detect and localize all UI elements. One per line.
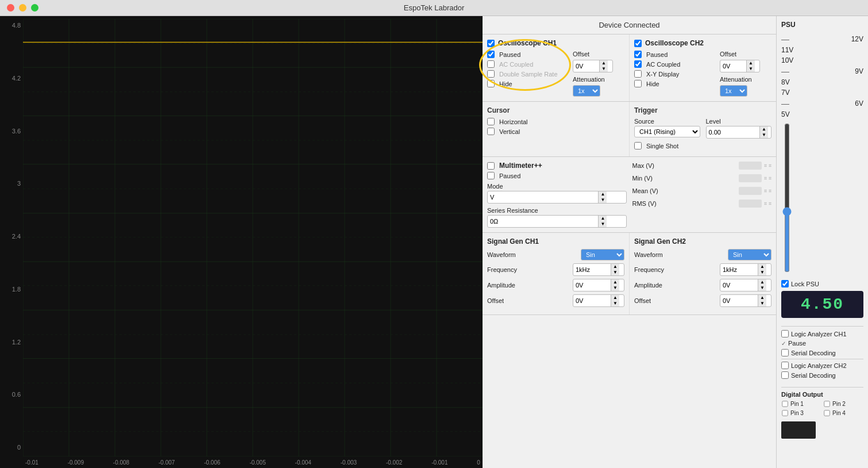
multimeter-paused-checkbox[interactable] bbox=[487, 172, 495, 179]
siggen-ch1-waveform-select[interactable]: SinSquareSawtooth bbox=[581, 249, 624, 260]
titlebar: EspoTek Labrador bbox=[0, 0, 868, 16]
ch2-offset-value[interactable] bbox=[720, 62, 746, 71]
multimeter-mode-value[interactable] bbox=[488, 193, 598, 202]
siggen-ch1-offset-input[interactable]: ▲ ▼ bbox=[573, 294, 624, 307]
siggen-ch2-waveform-select[interactable]: SinSquareSawtooth bbox=[728, 249, 771, 260]
ch2-ac-coupled-checkbox[interactable] bbox=[634, 60, 642, 68]
ch1-offset-input[interactable]: ▲ ▼ bbox=[573, 60, 613, 72]
siggen-ch1-offset-value[interactable] bbox=[573, 296, 611, 305]
close-button[interactable] bbox=[7, 4, 14, 11]
ch2-enabled-checkbox[interactable] bbox=[634, 40, 642, 47]
cursor-section: Cursor Horizontal Vertical bbox=[483, 102, 630, 156]
siggen-ch2-offset-input[interactable]: ▲ ▼ bbox=[720, 294, 771, 307]
pin3-checkbox[interactable] bbox=[782, 410, 788, 416]
ch2-xy-display-checkbox[interactable] bbox=[634, 70, 642, 78]
psu-10v-label: 10V bbox=[781, 56, 793, 64]
siggen-ch2-offset-label: Offset bbox=[634, 297, 651, 304]
single-shot-checkbox[interactable] bbox=[634, 142, 642, 149]
multimeter-mode-down[interactable]: ▼ bbox=[599, 197, 607, 203]
siggen-ch1-offset-up[interactable]: ▲ bbox=[611, 295, 619, 301]
ch1-hide-checkbox[interactable] bbox=[487, 80, 495, 87]
siggen-ch2-amp-value[interactable] bbox=[720, 281, 758, 290]
logic-ch2-checkbox[interactable] bbox=[781, 362, 789, 369]
siggen-ch1-freq-value[interactable] bbox=[573, 265, 611, 274]
window-controls[interactable] bbox=[7, 4, 38, 11]
psu-slider[interactable] bbox=[781, 123, 793, 273]
trigger-level-input[interactable]: ▲ ▼ bbox=[706, 126, 772, 139]
trigger-level-value[interactable] bbox=[707, 128, 760, 137]
siggen-ch2-offset-up[interactable]: ▲ bbox=[758, 295, 766, 301]
pin1-row: Pin 1 bbox=[781, 400, 821, 408]
trigger-source-select[interactable]: CH1 (Rising) CH1 (Falling) CH2 (Rising) … bbox=[634, 126, 700, 137]
ch1-offset-value[interactable] bbox=[573, 62, 599, 71]
siggen-ch2-freq-label: Frequency bbox=[634, 266, 664, 273]
mm-min-value: ⌗ ⌗ bbox=[739, 174, 771, 182]
ch2-offset-up[interactable]: ▲ bbox=[747, 60, 755, 66]
siggen-ch2-freq-down[interactable]: ▼ bbox=[758, 270, 766, 275]
siggen-ch1-freq-up[interactable]: ▲ bbox=[611, 264, 619, 270]
trigger-level-up[interactable]: ▲ bbox=[760, 126, 768, 132]
logic-ch2-serial-checkbox[interactable] bbox=[781, 371, 789, 379]
logic-ch1-serial-checkbox[interactable] bbox=[781, 349, 789, 356]
cursor-horizontal-checkbox[interactable] bbox=[487, 118, 495, 125]
siggen-ch2-offset-down[interactable]: ▼ bbox=[758, 301, 766, 306]
psu-display: 4.50 bbox=[781, 291, 863, 318]
siggen-ch2-amp-input[interactable]: ▲ ▼ bbox=[720, 279, 771, 291]
mm-min-label: Min (V) bbox=[632, 175, 653, 182]
ch2-offset-spinners[interactable]: ▲ ▼ bbox=[746, 60, 755, 72]
siggen-ch2-offset-value[interactable] bbox=[720, 296, 758, 305]
siggen-ch2-amp-label: Amplitude bbox=[634, 282, 662, 289]
psu-6v-dash: — bbox=[781, 99, 789, 108]
siggen-ch1-amp-value[interactable] bbox=[573, 281, 611, 290]
siggen-ch2-freq-up[interactable]: ▲ bbox=[758, 264, 766, 270]
trigger-level-down[interactable]: ▼ bbox=[760, 132, 768, 138]
pin2-checkbox[interactable] bbox=[824, 401, 830, 406]
psu-7v-row: 7V bbox=[781, 87, 863, 98]
psu-11v-label: 11V bbox=[781, 46, 793, 54]
ch1-double-sample-checkbox[interactable] bbox=[487, 70, 495, 78]
mm-mean-value: ⌗ ⌗ bbox=[739, 187, 771, 195]
trigger-level-spinners[interactable]: ▲ ▼ bbox=[759, 126, 768, 138]
ch1-offset-up[interactable]: ▲ bbox=[600, 60, 608, 66]
siggen-ch2-freq-value[interactable] bbox=[720, 265, 758, 274]
cursor-vertical-checkbox[interactable] bbox=[487, 128, 495, 135]
siggen-ch2-amp-down[interactable]: ▼ bbox=[758, 285, 766, 291]
series-resistance-input[interactable]: ▲ ▼ bbox=[487, 215, 627, 228]
siggen-ch1-title: Signal Gen CH1 bbox=[487, 237, 624, 245]
psu-12v-row: — 12V bbox=[781, 33, 863, 45]
multimeter-mode-input[interactable]: ▲ ▼ bbox=[487, 191, 627, 204]
pin1-checkbox[interactable] bbox=[782, 401, 788, 406]
minimize-button[interactable] bbox=[19, 4, 26, 11]
series-resistance-value[interactable] bbox=[488, 217, 598, 226]
ch1-paused-checkbox[interactable] bbox=[487, 51, 495, 58]
ch2-attn-select[interactable]: 1x 10x bbox=[720, 85, 747, 97]
series-resistance-up[interactable]: ▲ bbox=[599, 216, 607, 221]
ch1-ac-coupled-checkbox[interactable] bbox=[487, 60, 495, 68]
siggen-ch1-freq-down[interactable]: ▼ bbox=[611, 270, 619, 275]
ch2-offset-input[interactable]: ▲ ▼ bbox=[720, 60, 760, 72]
siggen-ch1-amp-down[interactable]: ▼ bbox=[611, 285, 619, 291]
siggen-ch1-freq-input[interactable]: ▲ ▼ bbox=[573, 263, 624, 276]
siggen-ch1-amp-up[interactable]: ▲ bbox=[611, 279, 619, 285]
siggen-ch2-amp-up[interactable]: ▲ bbox=[758, 279, 766, 285]
pin4-checkbox[interactable] bbox=[824, 410, 830, 416]
pin2-row: Pin 2 bbox=[823, 400, 863, 408]
ch2-offset-section: Offset ▲ ▼ Attenuation 1x 10x bbox=[720, 51, 771, 97]
ch1-enabled-checkbox[interactable] bbox=[487, 40, 495, 47]
ch2-hide-checkbox[interactable] bbox=[634, 80, 642, 87]
siggen-ch1-amp-input[interactable]: ▲ ▼ bbox=[573, 279, 624, 291]
series-resistance-down[interactable]: ▼ bbox=[599, 221, 607, 227]
lock-psu-checkbox[interactable] bbox=[781, 280, 789, 287]
siggen-ch2-freq-input[interactable]: ▲ ▼ bbox=[720, 263, 771, 276]
multimeter-enabled-checkbox[interactable] bbox=[487, 162, 495, 170]
ch2-title: Oscilloscope CH2 bbox=[645, 39, 704, 47]
siggen-ch1-offset-down[interactable]: ▼ bbox=[611, 301, 619, 306]
ch1-offset-down[interactable]: ▼ bbox=[600, 66, 608, 72]
ch2-paused-checkbox[interactable] bbox=[634, 51, 642, 58]
ch1-offset-spinners[interactable]: ▲ ▼ bbox=[599, 60, 608, 72]
multimeter-mode-up[interactable]: ▲ bbox=[599, 191, 607, 197]
ch1-attn-select[interactable]: 1x 10x bbox=[573, 85, 600, 97]
logic-ch1-checkbox[interactable] bbox=[781, 330, 789, 337]
ch2-offset-down[interactable]: ▼ bbox=[747, 66, 755, 72]
maximize-button[interactable] bbox=[31, 4, 38, 11]
